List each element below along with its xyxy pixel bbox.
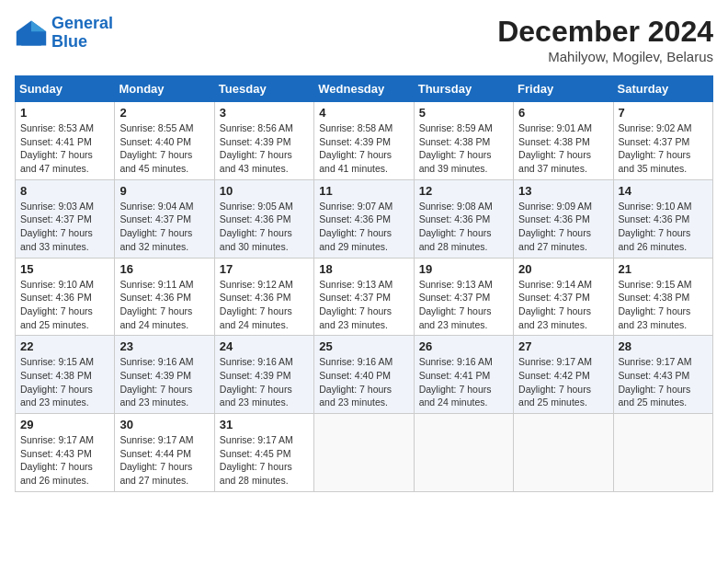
- day-info: Sunrise: 9:10 AM Sunset: 4:36 PM Dayligh…: [619, 200, 708, 254]
- day-info: Sunrise: 9:02 AM Sunset: 4:37 PM Dayligh…: [619, 121, 708, 176]
- calendar-cell: 1Sunrise: 8:53 AM Sunset: 4:41 PM Daylig…: [16, 102, 115, 180]
- location: Mahilyow, Mogilev, Belarus: [497, 49, 713, 64]
- day-info: Sunrise: 8:58 AM Sunset: 4:39 PM Dayligh…: [319, 121, 408, 176]
- calendar-cell: 28Sunrise: 9:17 AM Sunset: 4:43 PM Dayli…: [613, 336, 712, 414]
- calendar-week-row: 1Sunrise: 8:53 AM Sunset: 4:41 PM Daylig…: [16, 102, 713, 180]
- calendar-cell: [314, 414, 414, 492]
- calendar-cell: 25Sunrise: 9:16 AM Sunset: 4:40 PM Dayli…: [314, 336, 414, 414]
- day-info: Sunrise: 8:59 AM Sunset: 4:38 PM Dayligh…: [419, 121, 508, 176]
- logo-icon: [15, 17, 48, 50]
- weekday-header-thursday: Thursday: [414, 76, 513, 102]
- day-info: Sunrise: 9:10 AM Sunset: 4:36 PM Dayligh…: [20, 278, 109, 332]
- day-number: 9: [119, 184, 209, 198]
- day-info: Sunrise: 9:08 AM Sunset: 4:36 PM Dayligh…: [419, 200, 508, 254]
- day-number: 18: [319, 262, 408, 276]
- day-info: Sunrise: 9:12 AM Sunset: 4:36 PM Dayligh…: [220, 278, 309, 332]
- calendar-week-row: 22Sunrise: 9:15 AM Sunset: 4:38 PM Dayli…: [16, 336, 713, 414]
- day-info: Sunrise: 9:01 AM Sunset: 4:38 PM Dayligh…: [518, 121, 608, 176]
- day-number: 12: [419, 184, 508, 198]
- day-number: 8: [20, 184, 109, 198]
- calendar-cell: 13Sunrise: 9:09 AM Sunset: 4:36 PM Dayli…: [514, 179, 613, 258]
- calendar-cell: 2Sunrise: 8:55 AM Sunset: 4:40 PM Daylig…: [115, 102, 214, 180]
- calendar-cell: 30Sunrise: 9:17 AM Sunset: 4:44 PM Dayli…: [115, 414, 214, 492]
- calendar-cell: 17Sunrise: 9:12 AM Sunset: 4:36 PM Dayli…: [214, 258, 313, 336]
- day-number: 22: [20, 339, 109, 353]
- day-info: Sunrise: 9:16 AM Sunset: 4:40 PM Dayligh…: [319, 355, 408, 409]
- day-info: Sunrise: 9:07 AM Sunset: 4:36 PM Dayligh…: [319, 200, 408, 254]
- weekday-header-wednesday: Wednesday: [314, 76, 414, 102]
- title-block: December 2024 Mahilyow, Mogilev, Belarus: [497, 15, 713, 64]
- day-number: 29: [20, 418, 109, 431]
- day-number: 13: [518, 184, 608, 198]
- day-number: 17: [220, 262, 309, 276]
- calendar-cell: 19Sunrise: 9:13 AM Sunset: 4:37 PM Dayli…: [414, 258, 513, 336]
- weekday-header-row: SundayMondayTuesdayWednesdayThursdayFrid…: [16, 76, 713, 102]
- day-number: 19: [419, 262, 508, 276]
- weekday-header-friday: Friday: [514, 76, 613, 102]
- day-number: 27: [518, 339, 608, 353]
- day-info: Sunrise: 9:13 AM Sunset: 4:37 PM Dayligh…: [419, 278, 508, 332]
- calendar-cell: 29Sunrise: 9:17 AM Sunset: 4:43 PM Dayli…: [16, 414, 115, 492]
- day-number: 2: [119, 106, 209, 120]
- calendar-cell: 10Sunrise: 9:05 AM Sunset: 4:36 PM Dayli…: [214, 179, 313, 258]
- page-header: General Blue December 2024 Mahilyow, Mog…: [15, 15, 713, 64]
- calendar-cell: [613, 414, 712, 492]
- day-number: 20: [518, 262, 608, 276]
- day-number: 7: [619, 106, 708, 120]
- day-number: 6: [518, 106, 608, 120]
- day-info: Sunrise: 9:11 AM Sunset: 4:36 PM Dayligh…: [119, 278, 209, 332]
- calendar-week-row: 29Sunrise: 9:17 AM Sunset: 4:43 PM Dayli…: [16, 414, 713, 492]
- calendar-cell: 22Sunrise: 9:15 AM Sunset: 4:38 PM Dayli…: [16, 336, 115, 414]
- day-info: Sunrise: 9:17 AM Sunset: 4:43 PM Dayligh…: [619, 355, 708, 409]
- calendar-cell: [414, 414, 513, 492]
- calendar-cell: 24Sunrise: 9:16 AM Sunset: 4:39 PM Dayli…: [214, 336, 313, 414]
- calendar-table: SundayMondayTuesdayWednesdayThursdayFrid…: [15, 75, 713, 492]
- calendar-cell: 8Sunrise: 9:03 AM Sunset: 4:37 PM Daylig…: [16, 179, 115, 258]
- calendar-cell: 21Sunrise: 9:15 AM Sunset: 4:38 PM Dayli…: [613, 258, 712, 336]
- day-number: 10: [220, 184, 309, 198]
- day-number: 31: [220, 418, 309, 431]
- day-info: Sunrise: 9:14 AM Sunset: 4:37 PM Dayligh…: [518, 278, 608, 332]
- day-info: Sunrise: 9:16 AM Sunset: 4:39 PM Dayligh…: [119, 355, 209, 409]
- day-info: Sunrise: 9:15 AM Sunset: 4:38 PM Dayligh…: [619, 278, 708, 332]
- calendar-cell: 12Sunrise: 9:08 AM Sunset: 4:36 PM Dayli…: [414, 179, 513, 258]
- day-info: Sunrise: 8:56 AM Sunset: 4:39 PM Dayligh…: [220, 121, 309, 176]
- day-number: 14: [619, 184, 708, 198]
- day-number: 24: [220, 339, 309, 353]
- day-info: Sunrise: 9:05 AM Sunset: 4:36 PM Dayligh…: [220, 200, 309, 254]
- day-number: 25: [319, 339, 408, 353]
- calendar-cell: 4Sunrise: 8:58 AM Sunset: 4:39 PM Daylig…: [314, 102, 414, 180]
- day-info: Sunrise: 9:03 AM Sunset: 4:37 PM Dayligh…: [20, 200, 109, 254]
- calendar-cell: 3Sunrise: 8:56 AM Sunset: 4:39 PM Daylig…: [214, 102, 313, 180]
- day-info: Sunrise: 9:16 AM Sunset: 4:39 PM Dayligh…: [220, 355, 309, 409]
- day-number: 4: [319, 106, 408, 120]
- day-info: Sunrise: 9:04 AM Sunset: 4:37 PM Dayligh…: [119, 200, 209, 254]
- day-info: Sunrise: 9:13 AM Sunset: 4:37 PM Dayligh…: [319, 278, 408, 332]
- calendar-cell: 11Sunrise: 9:07 AM Sunset: 4:36 PM Dayli…: [314, 179, 414, 258]
- day-info: Sunrise: 9:09 AM Sunset: 4:36 PM Dayligh…: [518, 200, 608, 254]
- day-number: 5: [419, 106, 508, 120]
- day-info: Sunrise: 9:17 AM Sunset: 4:43 PM Dayligh…: [20, 433, 109, 488]
- month-year: December 2024: [497, 15, 713, 49]
- day-info: Sunrise: 9:17 AM Sunset: 4:42 PM Dayligh…: [518, 355, 608, 409]
- day-number: 21: [619, 262, 708, 276]
- calendar-cell: 14Sunrise: 9:10 AM Sunset: 4:36 PM Dayli…: [613, 179, 712, 258]
- logo: General Blue: [15, 15, 113, 52]
- day-info: Sunrise: 9:17 AM Sunset: 4:45 PM Dayligh…: [220, 433, 309, 488]
- day-number: 1: [20, 106, 109, 120]
- day-number: 30: [119, 418, 209, 431]
- weekday-header-monday: Monday: [115, 76, 214, 102]
- calendar-cell: [514, 414, 613, 492]
- day-info: Sunrise: 8:53 AM Sunset: 4:41 PM Dayligh…: [20, 121, 109, 176]
- calendar-week-row: 15Sunrise: 9:10 AM Sunset: 4:36 PM Dayli…: [16, 258, 713, 336]
- calendar-cell: 26Sunrise: 9:16 AM Sunset: 4:41 PM Dayli…: [414, 336, 513, 414]
- calendar-cell: 9Sunrise: 9:04 AM Sunset: 4:37 PM Daylig…: [115, 179, 214, 258]
- weekday-header-sunday: Sunday: [16, 76, 115, 102]
- logo-text: General Blue: [51, 15, 113, 52]
- calendar-cell: 6Sunrise: 9:01 AM Sunset: 4:38 PM Daylig…: [514, 102, 613, 180]
- calendar-cell: 18Sunrise: 9:13 AM Sunset: 4:37 PM Dayli…: [314, 258, 414, 336]
- day-number: 15: [20, 262, 109, 276]
- day-number: 23: [119, 339, 209, 353]
- day-number: 26: [419, 339, 508, 353]
- calendar-cell: 7Sunrise: 9:02 AM Sunset: 4:37 PM Daylig…: [613, 102, 712, 180]
